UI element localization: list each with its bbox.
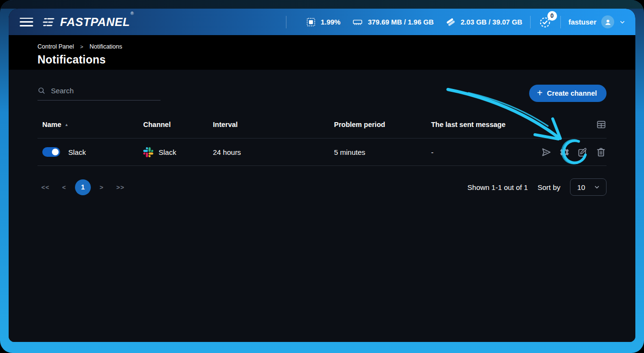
- ram-icon: [352, 17, 363, 27]
- nav-divider: [560, 16, 561, 28]
- column-header-name[interactable]: Name ▲: [37, 121, 143, 128]
- avatar: [601, 15, 614, 28]
- disk-value: 2.03 GB / 39.07 GB: [460, 18, 522, 26]
- username-label: fastuser: [569, 18, 596, 26]
- breadcrumb: Control Panel > Notifications: [37, 43, 607, 50]
- send-test-button[interactable]: [541, 147, 552, 158]
- disk-icon: [445, 16, 456, 27]
- first-page-button[interactable]: <<: [37, 179, 53, 195]
- column-settings-button[interactable]: [596, 119, 607, 130]
- gear-icon: [559, 147, 570, 158]
- channel-name: Slack: [68, 148, 86, 156]
- cell-channel: Slack: [143, 147, 213, 157]
- column-header-interval: Interval: [213, 121, 334, 128]
- toolbar: + Create channel: [37, 85, 607, 102]
- edit-button[interactable]: [577, 147, 588, 158]
- toggle-knob: [52, 149, 59, 155]
- delete-button[interactable]: [595, 147, 607, 158]
- page-size-select[interactable]: 10: [570, 178, 607, 196]
- nav-divider: [286, 16, 286, 28]
- search-field[interactable]: [37, 86, 161, 101]
- page-title: Notifications: [37, 53, 607, 66]
- pagination-bar: << < 1 > >> Shown 1-1 out of 1 Sort by 1…: [37, 178, 607, 196]
- table-row: Slack Slack 24 hours 5 minutes -: [37, 138, 607, 166]
- sort-by-label: Sort by: [537, 183, 560, 191]
- brand-logo[interactable]: FASTPANEL®: [42, 15, 133, 29]
- page-size-value: 10: [577, 183, 585, 191]
- cpu-icon: [306, 17, 316, 27]
- cell-name: Slack: [37, 147, 143, 157]
- shown-summary: Shown 1-1 out of 1: [468, 183, 528, 191]
- page-header: Control Panel > Notifications Notificati…: [9, 35, 635, 70]
- send-icon: [541, 147, 552, 158]
- prev-page-button[interactable]: <: [56, 179, 72, 195]
- chevron-down-icon: [619, 19, 626, 25]
- trash-icon: [595, 147, 607, 158]
- nav-divider: [530, 16, 531, 28]
- hamburger-menu-icon[interactable]: [19, 17, 34, 27]
- sort-asc-icon: ▲: [65, 123, 69, 127]
- breadcrumb-separator: >: [80, 44, 83, 50]
- pager: << < 1 > >>: [37, 179, 128, 195]
- settings-button[interactable]: [559, 147, 570, 158]
- cpu-value: 1.99%: [321, 18, 340, 26]
- cell-problem-period: 5 minutes: [334, 148, 431, 156]
- edit-icon: [577, 147, 588, 158]
- background-tasks-button[interactable]: 0: [538, 15, 552, 29]
- cell-last-message: -: [431, 148, 531, 156]
- table-columns-icon: [596, 119, 607, 130]
- cpu-stat: 1.99%: [306, 17, 340, 27]
- brand-text: FASTPANEL®: [60, 15, 133, 29]
- tasks-count-badge: 0: [547, 11, 557, 21]
- channel-enabled-toggle[interactable]: [42, 147, 60, 157]
- chevron-down-icon: [594, 184, 600, 190]
- fastpanel-slider-icon: [42, 16, 56, 28]
- fastpanel-app: FASTPANEL® 1.99% 379.69 MB / 1.96 GB: [9, 9, 635, 342]
- user-menu[interactable]: fastuser: [569, 15, 626, 28]
- last-page-button[interactable]: >>: [112, 179, 128, 195]
- column-header-problem-period: Problem period: [334, 121, 431, 128]
- search-icon: [37, 86, 46, 95]
- cell-interval: 24 hours: [213, 148, 334, 156]
- breadcrumb-notifications[interactable]: Notifications: [89, 43, 122, 50]
- channel-type: Slack: [159, 148, 176, 156]
- pager-right: Shown 1-1 out of 1 Sort by 10: [468, 178, 607, 196]
- column-header-channel: Channel: [143, 121, 213, 128]
- slack-icon: [143, 147, 153, 157]
- window-frame: FASTPANEL® 1.99% 379.69 MB / 1.96 GB: [0, 0, 644, 353]
- top-navbar: FASTPANEL® 1.99% 379.69 MB / 1.96 GB: [9, 9, 635, 35]
- table-header: Name ▲ Channel Interval Problem period T…: [37, 119, 607, 138]
- plus-icon: +: [537, 88, 543, 98]
- next-page-button[interactable]: >: [94, 179, 110, 195]
- column-header-last-message: The last sent message: [431, 121, 531, 128]
- disk-stat: 2.03 GB / 39.07 GB: [445, 16, 522, 27]
- frame-top-strip: [0, 0, 644, 9]
- ram-stat: 379.69 MB / 1.96 GB: [352, 17, 433, 27]
- registered-mark: ®: [130, 11, 134, 16]
- ram-value: 379.69 MB / 1.96 GB: [368, 18, 433, 26]
- breadcrumb-control-panel[interactable]: Control Panel: [37, 43, 74, 50]
- create-channel-label: Create channel: [547, 89, 597, 97]
- page-1-button[interactable]: 1: [75, 179, 91, 195]
- main-content: + Create channel Name ▲ Channel Interval…: [9, 70, 635, 342]
- create-channel-button[interactable]: + Create channel: [529, 85, 607, 102]
- search-input[interactable]: [51, 87, 161, 95]
- row-actions: [531, 147, 607, 158]
- person-icon: [604, 18, 612, 26]
